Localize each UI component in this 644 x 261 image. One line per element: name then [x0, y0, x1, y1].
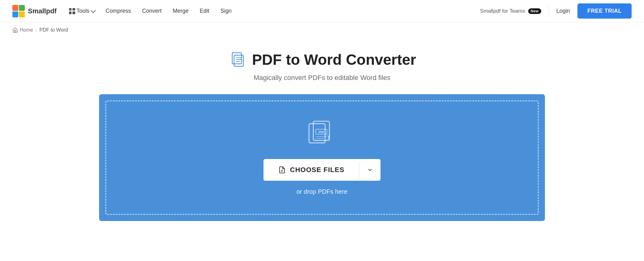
pdf-to-word-icon — [228, 50, 246, 69]
nav-tools-label: Tools — [76, 8, 89, 14]
choose-files-dropdown-button[interactable] — [359, 159, 381, 181]
page-title-area: PDF to Word Converter — [228, 50, 416, 69]
breadcrumb-current: PDF to Word — [39, 27, 68, 33]
choose-files-label: CHOOSE FILES — [290, 166, 345, 174]
svg-rect-5 — [234, 55, 243, 66]
breadcrumb-home-label: Home — [20, 27, 33, 33]
nav-tools[interactable]: Tools — [69, 8, 94, 14]
home-icon — [12, 27, 18, 33]
logo[interactable]: Smallpdf — [12, 5, 57, 17]
header-left: Smallpdf Tools Compress Convert Merge Ed… — [12, 5, 232, 17]
nav-compress[interactable]: Compress — [106, 8, 131, 14]
nav-merge[interactable]: Merge — [173, 8, 189, 14]
header-divider — [549, 5, 549, 17]
nav-compress-label: Compress — [106, 8, 131, 14]
page-title: PDF to Word Converter — [252, 51, 416, 68]
drop-text: or drop PDFs here — [297, 188, 348, 195]
svg-rect-3 — [19, 11, 25, 17]
choose-files-row[interactable]: CHOOSE FILES — [263, 159, 381, 181]
free-trial-button[interactable]: FREE TRIAL — [577, 3, 632, 19]
login-link[interactable]: Login — [556, 8, 570, 14]
grid-icon — [69, 8, 75, 14]
breadcrumb-separator: › — [36, 28, 37, 33]
main-nav: Tools Compress Convert Merge Edit Sign — [69, 8, 232, 14]
svg-rect-2 — [12, 11, 18, 17]
svg-text:PDF: PDF — [319, 130, 324, 134]
page-subtitle: Magically convert PDFs to editable Word … — [254, 74, 390, 82]
teams-label: Smallpdf for Teams — [480, 8, 525, 14]
nav-merge-label: Merge — [173, 8, 189, 14]
logo-icon — [12, 5, 25, 17]
header-right: Smallpdf for Teams New Login FREE TRIAL — [480, 3, 632, 19]
brand-name: Smallpdf — [28, 7, 57, 15]
tools-chevron-down-icon — [91, 8, 96, 13]
choose-files-button[interactable]: CHOOSE FILES — [263, 159, 359, 181]
chevron-down-icon — [367, 167, 373, 173]
new-badge: New — [528, 8, 541, 14]
drop-zone-inner: PDF CHOOSE — [105, 100, 539, 215]
nav-convert[interactable]: Convert — [142, 8, 162, 14]
header: Smallpdf Tools Compress Convert Merge Ed… — [0, 0, 644, 22]
file-icon — [278, 166, 286, 174]
nav-edit-label: Edit — [200, 8, 209, 14]
pdf-docs-illustration: PDF — [307, 120, 337, 149]
nav-sign[interactable]: Sign — [220, 8, 232, 14]
nav-edit[interactable]: Edit — [200, 8, 209, 14]
teams-link[interactable]: Smallpdf for Teams New — [480, 8, 541, 14]
nav-sign-label: Sign — [220, 8, 232, 14]
main-content: PDF to Word Converter Magically convert … — [0, 38, 644, 240]
drop-zone[interactable]: PDF CHOOSE — [99, 94, 545, 221]
svg-rect-4 — [232, 53, 242, 64]
breadcrumb-home[interactable]: Home — [12, 27, 33, 33]
breadcrumb: Home › PDF to Word — [0, 22, 644, 38]
nav-convert-label: Convert — [142, 8, 162, 14]
svg-rect-1 — [19, 5, 25, 11]
login-label: Login — [556, 8, 570, 14]
svg-rect-0 — [12, 5, 18, 11]
